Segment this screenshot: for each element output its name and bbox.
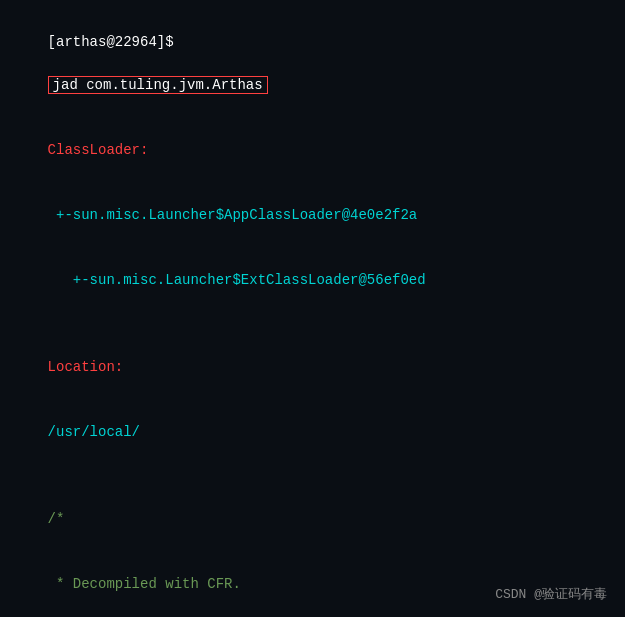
terminal-window: [arthas@22964]$ jad com.tuling.jvm.Artha… [0, 0, 625, 617]
prompt-text: [arthas@22964]$ [48, 34, 174, 50]
classloader-app: +-sun.misc.Launcher$AppClassLoader@4e0e2… [14, 184, 611, 249]
comment-start: /* [14, 487, 611, 552]
location-label: Location: [14, 335, 611, 400]
classloader-ext-text: +-sun.misc.Launcher$ExtClassLoader@56ef0… [48, 272, 426, 288]
location-path-text: /usr/local/ [48, 424, 140, 440]
blank2 [14, 465, 611, 487]
classloader-label-text: ClassLoader: [48, 142, 149, 158]
location-label-text: Location: [48, 359, 124, 375]
prompt-space [48, 55, 56, 71]
comment-start-text: /* [48, 511, 65, 527]
classloader-ext: +-sun.misc.Launcher$ExtClassLoader@56ef0… [14, 249, 611, 314]
comment-body-text: * Decompiled with CFR. [48, 576, 241, 592]
classloader-label: ClassLoader: [14, 118, 611, 183]
watermark: CSDN @验证码有毒 [495, 585, 607, 603]
command-text[interactable]: jad com.tuling.jvm.Arthas [48, 76, 268, 94]
blank1 [14, 314, 611, 336]
classloader-app-text: +-sun.misc.Launcher$AppClassLoader@4e0e2… [48, 207, 418, 223]
prompt-line: [arthas@22964]$ jad com.tuling.jvm.Artha… [14, 10, 611, 118]
location-path: /usr/local/ [14, 400, 611, 465]
